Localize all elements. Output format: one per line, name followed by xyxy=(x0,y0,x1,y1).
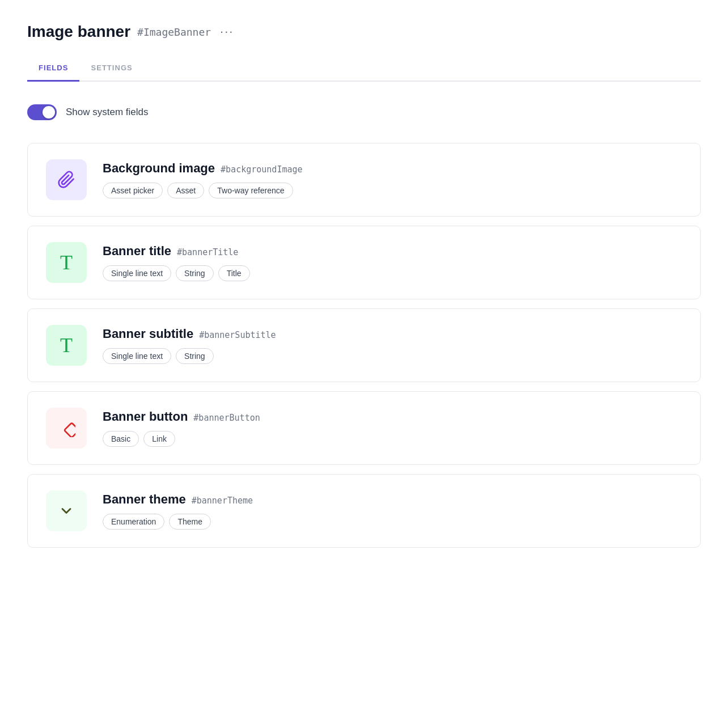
field-card[interactable]: Banner theme #bannerTheme EnumerationThe… xyxy=(27,474,701,548)
field-tag: Asset picker xyxy=(103,183,163,198)
tab-bar: FIELDS SETTINGS xyxy=(27,57,701,82)
field-info: Banner theme #bannerTheme EnumerationThe… xyxy=(103,492,253,530)
field-card[interactable]: Background image #backgroundImage Asset … xyxy=(27,143,701,217)
svg-rect-0 xyxy=(64,423,75,437)
field-name-row: Banner theme #bannerTheme xyxy=(103,492,253,507)
page-header: Image banner #ImageBanner ··· xyxy=(27,23,701,41)
field-name: Banner button xyxy=(103,409,188,424)
field-tag: Basic xyxy=(103,431,139,447)
show-system-fields-row: Show system fields xyxy=(27,104,701,120)
field-tag: Enumeration xyxy=(103,514,164,530)
field-tag: String xyxy=(176,348,214,364)
field-name-row: Banner title #bannerTitle xyxy=(103,244,250,259)
field-name: Background image xyxy=(103,161,215,176)
field-icon xyxy=(46,159,87,200)
field-tag: Link xyxy=(143,431,175,447)
field-tag: Single line text xyxy=(103,265,171,281)
field-name: Banner subtitle xyxy=(103,327,193,341)
field-icon: T xyxy=(46,242,87,283)
tab-settings[interactable]: SETTINGS xyxy=(79,57,143,82)
field-tags: BasicLink xyxy=(103,431,260,447)
field-name-row: Banner subtitle #bannerSubtitle xyxy=(103,327,276,341)
field-tags: EnumerationTheme xyxy=(103,514,253,530)
field-tag: Title xyxy=(218,265,250,281)
page-api-id: #ImageBanner xyxy=(137,26,211,38)
field-info: Banner subtitle #bannerSubtitle Single l… xyxy=(103,327,276,364)
field-card[interactable]: T Banner title #bannerTitle Single line … xyxy=(27,226,701,299)
field-icon xyxy=(46,408,87,448)
field-tag: Theme xyxy=(169,514,211,530)
fields-list: Background image #backgroundImage Asset … xyxy=(27,143,701,548)
toggle-label: Show system fields xyxy=(66,107,149,118)
page-title: Image banner xyxy=(27,23,130,41)
field-info: Background image #backgroundImage Asset … xyxy=(103,161,303,198)
field-info: Banner button #bannerButton BasicLink xyxy=(103,409,260,447)
field-tags: Asset pickerAssetTwo-way reference xyxy=(103,183,303,198)
field-tag: Single line text xyxy=(103,348,171,364)
field-name-row: Background image #backgroundImage xyxy=(103,161,303,176)
field-icon: T xyxy=(46,325,87,366)
field-api-id: #bannerTitle xyxy=(177,247,238,257)
more-options-button[interactable]: ··· xyxy=(220,24,234,39)
toggle-thumb xyxy=(43,106,55,118)
field-card[interactable]: T Banner subtitle #bannerSubtitle Single… xyxy=(27,308,701,382)
tab-fields[interactable]: FIELDS xyxy=(27,57,79,82)
field-info: Banner title #bannerTitle Single line te… xyxy=(103,244,250,281)
field-tag: Two-way reference xyxy=(209,183,293,198)
field-api-id: #bannerTheme xyxy=(192,496,253,506)
field-tags: Single line textString xyxy=(103,348,276,364)
field-api-id: #backgroundImage xyxy=(221,164,303,175)
field-api-id: #bannerButton xyxy=(193,413,260,423)
field-name-row: Banner button #bannerButton xyxy=(103,409,260,424)
field-name: Banner title xyxy=(103,244,171,259)
field-icon xyxy=(46,490,87,531)
field-api-id: #bannerSubtitle xyxy=(199,330,276,340)
field-tag: String xyxy=(176,265,214,281)
field-tags: Single line textStringTitle xyxy=(103,265,250,281)
field-name: Banner theme xyxy=(103,492,186,507)
field-card[interactable]: Banner button #bannerButton BasicLink xyxy=(27,391,701,465)
field-tag: Asset xyxy=(167,183,204,198)
show-system-fields-toggle[interactable] xyxy=(27,104,57,120)
